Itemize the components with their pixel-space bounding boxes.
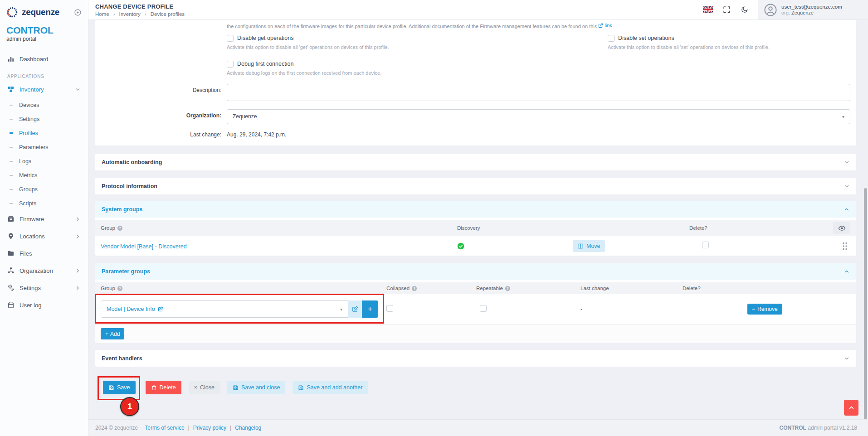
chevron-right-icon <box>75 216 81 222</box>
topbar: CHANGE DEVICE PROFILE Home › Inventory ›… <box>88 0 868 20</box>
discovery-status <box>454 242 569 250</box>
parameter-group-select[interactable]: Model | Device Info ▾ <box>101 300 348 318</box>
close-button[interactable]: × Close <box>189 381 220 394</box>
move-button[interactable]: Move <box>573 240 605 252</box>
trash-icon <box>151 385 157 391</box>
breadcrumb: Home › Inventory › Device profiles <box>95 11 185 17</box>
terms-of-service-link[interactable]: Terms of service <box>145 425 184 431</box>
system-group-link[interactable]: Vendor Model [Base] - Discovered <box>101 243 187 250</box>
section-label: Automatic onboarding <box>102 159 162 165</box>
save-and-add-another-button[interactable]: Save and add another <box>293 381 368 394</box>
sidebar-item-label: Settings <box>19 116 39 122</box>
column-header-delete: Delete? <box>689 225 832 231</box>
section-automatic-onboarding[interactable]: Automatic onboarding <box>95 154 856 170</box>
breadcrumb-home[interactable]: Home <box>95 11 109 17</box>
title-block: CHANGE DEVICE PROFILE Home › Inventory ›… <box>88 3 185 17</box>
parameter-groups-header[interactable]: Parameter groups <box>95 263 856 280</box>
user-org: org: Zequenze <box>781 10 842 15</box>
description-textarea[interactable] <box>227 84 850 101</box>
delete-checkbox[interactable] <box>702 242 709 248</box>
add-group-button[interactable]: + <box>362 300 378 318</box>
vertical-scrollbar-thumb[interactable] <box>864 188 867 419</box>
sidebar-item-devices[interactable]: Devices <box>0 98 88 112</box>
drag-handle[interactable] <box>842 242 856 250</box>
sidebar-item-label: Profiles <box>19 130 38 136</box>
privacy-policy-link[interactable]: Privacy policy <box>193 425 226 431</box>
sidebar-item-files[interactable]: Files <box>0 245 88 262</box>
sidebar-item-groups[interactable]: Groups <box>0 182 88 196</box>
logo-row: zequenze <box>0 5 88 20</box>
section-protocol-information[interactable]: Protocol information <box>95 178 856 194</box>
section-label: System groups <box>102 206 142 213</box>
toggle-visibility-button[interactable] <box>833 222 850 234</box>
disable-set-checkbox[interactable] <box>608 35 614 42</box>
sidebar-item-label: Locations <box>20 233 45 240</box>
disable-set-operations-checkbox-row[interactable]: Disable set operations <box>608 35 770 42</box>
section-parameter-groups: Parameter groups Group? Collapsed? Repea… <box>95 263 856 343</box>
delete-label: Delete <box>160 384 176 391</box>
help-icon[interactable]: ? <box>117 286 122 291</box>
help-text: Activate debug logs on the first connect… <box>227 70 850 76</box>
section-label: Parameter groups <box>102 268 150 275</box>
sidebar-item-organization[interactable]: Organization <box>0 262 88 279</box>
breadcrumb-device-profiles[interactable]: Device profiles <box>151 11 185 17</box>
changelog-link[interactable]: Changelog <box>235 425 261 431</box>
disable-get-operations-checkbox-row[interactable]: Disable get operations <box>227 35 608 42</box>
sidebar-item-firmware[interactable]: Firmware <box>0 210 88 228</box>
organization-label: Organization: <box>95 109 227 124</box>
remove-button[interactable]: − Remove <box>747 304 782 315</box>
sidebar-item-inventory[interactable]: Inventory <box>0 81 88 98</box>
chevron-right-icon <box>75 233 81 239</box>
column-header-collapsed: Collapsed? <box>384 286 476 291</box>
sidebar-item-dashboard[interactable]: Dashboard <box>0 50 88 68</box>
organization-select[interactable]: Zequenze ▾ <box>227 109 850 124</box>
repeatable-checkbox[interactable] <box>480 305 487 312</box>
link-label: link <box>605 23 612 28</box>
user-menu[interactable]: user_test@zequenze.com org: Zequenze <box>758 0 868 19</box>
disable-get-checkbox[interactable] <box>227 35 234 42</box>
collapsed-checkbox[interactable] <box>386 305 393 312</box>
save-floppy-icon <box>298 385 304 391</box>
sidebar-item-scripts[interactable]: Scripts <box>0 196 88 210</box>
sidebar-item-settings-app[interactable]: Settings <box>0 279 88 296</box>
sidebar-item-label: Organization <box>20 267 53 274</box>
fullscreen-icon[interactable] <box>723 6 731 14</box>
debug-first-connection-checkbox[interactable] <box>227 61 234 68</box>
sidebar-item-logs[interactable]: Logs <box>0 154 88 168</box>
sidebar-item-parameters[interactable]: Parameters <box>0 140 88 154</box>
system-groups-header[interactable]: System groups <box>95 201 856 218</box>
save-button[interactable]: Save <box>103 381 136 394</box>
help-icon[interactable]: ? <box>412 286 417 291</box>
sidebar-item-settings[interactable]: Settings <box>0 112 88 126</box>
sidebar-item-user-log[interactable]: User log <box>0 296 88 314</box>
system-group-row: Vendor Model [Base] - Discovered Move <box>95 236 856 256</box>
sidebar-item-metrics[interactable]: Metrics <box>0 168 88 182</box>
column-header-group: Group? <box>95 286 384 291</box>
page-title: CHANGE DEVICE PROFILE <box>95 3 185 10</box>
columns-icon <box>577 243 584 249</box>
sidebar-item-label: Groups <box>19 186 38 193</box>
breadcrumb-inventory[interactable]: Inventory <box>119 11 141 17</box>
add-parameter-group-button[interactable]: + Add <box>101 328 124 339</box>
external-link-icon <box>598 23 603 28</box>
sidebar-item-label: Logs <box>19 158 31 165</box>
dark-mode-moon-icon[interactable] <box>741 6 748 14</box>
help-icon[interactable]: ? <box>505 286 510 291</box>
sidebar-item-label: User log <box>20 302 41 309</box>
save-and-close-button[interactable]: Save and close <box>227 381 285 394</box>
language-flag-icon[interactable] <box>703 6 713 13</box>
sidebar-collapse-icon[interactable] <box>74 9 82 16</box>
help-text: Activate this option to disable all 'get… <box>227 44 608 50</box>
help-icon[interactable]: ? <box>117 226 122 231</box>
scroll-to-top-button[interactable] <box>844 400 858 416</box>
dash-icon <box>10 175 13 176</box>
parameter-groups-table-header: Group? Collapsed? Repeatable? Last chang… <box>95 282 856 294</box>
sidebar-item-profiles[interactable]: Profiles <box>0 126 88 140</box>
section-event-handlers[interactable]: Event handlers <box>95 350 856 367</box>
documentation-link[interactable]: link <box>598 23 612 28</box>
move-label: Move <box>586 243 600 249</box>
delete-button[interactable]: Delete <box>146 381 181 394</box>
edit-group-button[interactable] <box>348 300 362 318</box>
sidebar-item-locations[interactable]: Locations <box>0 228 88 245</box>
debug-first-connection-checkbox-row[interactable]: Debug first connection <box>227 61 850 68</box>
